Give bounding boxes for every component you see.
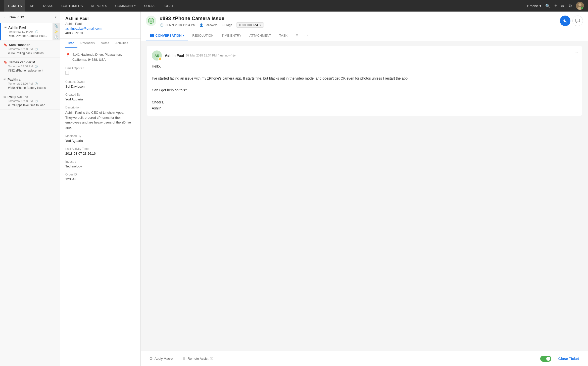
due-clock-icon: 🕐: [35, 48, 38, 50]
timer-pause-icon[interactable]: ⏸: [238, 24, 241, 27]
remote-assist-button[interactable]: 🖥 Remote Assist ⓘ: [179, 355, 216, 362]
ticket-tabs: 1 CONVERSATION ▾ RESOLUTION TIME ENTRY A…: [146, 30, 583, 41]
tab-task[interactable]: TASK: [275, 31, 291, 40]
followers-label: Followers: [205, 23, 217, 27]
nav-reports[interactable]: REPORTS: [87, 0, 111, 12]
contact-owner-row: Contact Owner Sol Davidson: [65, 80, 135, 88]
description-value: Ashlin Paul is the CEO of Linchpin Apps.…: [65, 110, 135, 130]
customer-name-main: Ashlin Paul: [65, 16, 135, 21]
ticket-timer-meta[interactable]: ⏸ 00:00:24 ↻: [236, 22, 264, 28]
avatar-initials: AS: [155, 54, 159, 57]
message-button[interactable]: [572, 16, 583, 26]
nav-kb[interactable]: KB: [26, 0, 38, 12]
nav-action-icons: 🔍 + ⇄ ⚙: [545, 2, 584, 10]
user-avatar[interactable]: [576, 2, 584, 10]
due-filter-dropdown[interactable]: ▾: [55, 16, 57, 19]
ticket-date: 07 Mar 2018 11:34 PM: [165, 23, 195, 27]
ticket-subject: #879 Apps take time to load: [8, 103, 57, 107]
tab-notes[interactable]: Notes: [98, 39, 112, 48]
add-icon[interactable]: +: [554, 3, 557, 9]
tab-conversation-dropdown[interactable]: ▾: [183, 34, 184, 37]
nav-community[interactable]: COMMUNITY: [112, 0, 139, 12]
apply-macro-label: Apply Macro: [155, 357, 173, 360]
message-avatar-badge: ⚡: [158, 57, 162, 60]
ticket-followers-meta[interactable]: 👤 Followers: [200, 23, 217, 27]
tab-options-icon[interactable]: ···: [302, 31, 310, 40]
share-icon[interactable]: ⇄: [561, 4, 564, 8]
industry-label: Industry: [65, 160, 135, 163]
customer-tabs: Info Potentials Notes Activities: [60, 39, 140, 48]
tab-potentials[interactable]: Potentials: [77, 39, 98, 48]
message-avatar: AS ⚡: [152, 50, 162, 60]
apply-macro-button[interactable]: ⚙ Apply Macro: [147, 355, 175, 362]
location-icon: 📍: [65, 53, 70, 62]
remote-assist-info-icon[interactable]: ⓘ: [210, 356, 213, 361]
tab-more-icon[interactable]: ≡: [291, 31, 302, 41]
ticket-list: ✉ Ashlin Paul Tomorrow 11:34 AM 🕐 #893 z…: [0, 23, 60, 366]
back-button[interactable]: ←: [4, 15, 8, 20]
created-by-row: Created By Yod Agbaria: [65, 93, 135, 101]
ticket-detail-header: #893 zPhone Camera Issue 🕐 07 Mar 2018 1…: [141, 12, 588, 41]
contact-icon: ✉: [4, 78, 6, 81]
ticket-action-star[interactable]: ✨: [53, 29, 60, 35]
tab-info[interactable]: Info: [65, 39, 77, 48]
due-clock-icon: 🕐: [35, 65, 38, 68]
tags-label: Tags: [226, 23, 232, 27]
created-by-label: Created By: [65, 93, 135, 96]
search-icon[interactable]: 🔍: [545, 4, 550, 8]
svg-rect-4: [576, 19, 580, 22]
tab-attachment[interactable]: ATTACHMENT: [245, 31, 275, 40]
svg-point-1: [578, 3, 581, 6]
message-body: Hello, I've started facing an issue with…: [152, 64, 577, 111]
reply-button[interactable]: [560, 16, 570, 26]
nav-customers[interactable]: CUSTOMERS: [58, 0, 86, 12]
ticket-item[interactable]: 🔖 James van der M... Tomorrow 12:00 PM 🕐…: [0, 58, 60, 75]
email-opt-out-checkbox[interactable]: [65, 71, 69, 75]
tab-resolution[interactable]: RESOLUTION: [188, 31, 218, 40]
email-opt-out-row: Email Opt Out: [65, 67, 135, 76]
nav-chat[interactable]: CHAT: [161, 0, 177, 12]
conversation-body: AS ⚡ Ashlin Paul 07 Mar 2018 11:34 PM ( …: [141, 41, 588, 351]
ticket-actions-bar: 📎 ✨ 🕐: [53, 23, 60, 40]
ticket-date-meta: 🕐 07 Mar 2018 11:34 PM: [160, 23, 195, 27]
message-expand-icon[interactable]: ▶: [233, 54, 236, 57]
contact-name: Sam Rossner: [9, 43, 30, 47]
ticket-header-actions: [560, 16, 583, 26]
customer-email[interactable]: ashlinpaul.w@gmail.com: [65, 27, 135, 30]
brand-selector[interactable]: zPhone ▾: [527, 4, 541, 8]
nav-social[interactable]: SOCIAL: [140, 0, 160, 12]
settings-icon[interactable]: ⚙: [568, 4, 572, 8]
description-row: Description Ashlin Paul is the CEO of Li…: [65, 106, 135, 130]
ticket-tags-meta[interactable]: 🏷 Tags: [221, 23, 232, 27]
ticket-item[interactable]: ✉ Ashlin Paul Tomorrow 11:34 AM 🕐 #893 z…: [0, 23, 60, 40]
message-more-options[interactable]: ···: [575, 50, 578, 54]
tab-time-entry[interactable]: TIME ENTRY: [218, 31, 246, 40]
address-row: 📍 4141 Hacienda Drive, Pleasanton, Calif…: [65, 52, 135, 62]
ticket-action-history[interactable]: 🕐: [53, 34, 60, 40]
industry-value: Technology: [65, 164, 135, 168]
tab-activities[interactable]: Activities: [112, 39, 131, 48]
ticket-item[interactable]: ✉ Philip Collins Tomorrow 12:00 PM 🕐 #87…: [0, 92, 60, 110]
message-time: 07 Mar 2018 11:34 PM: [186, 54, 217, 57]
customer-phone: 4083529191: [65, 31, 135, 35]
nav-tasks[interactable]: TASKS: [39, 0, 57, 12]
main-layout: ← Due in 12 ... ▾ ✉ Ashlin Paul Tomorrow…: [0, 12, 588, 366]
contact-owner-value: Sol Davidson: [65, 85, 135, 88]
ticket-download-icon: [148, 18, 154, 24]
contact-icon: 🔖: [4, 43, 7, 47]
close-ticket-button[interactable]: Close Ticket: [555, 355, 582, 362]
ticket-item[interactable]: ✉ Pavithra Tomorrow 12:00 PM 🕐 #880 zPho…: [0, 75, 60, 92]
ticket-item[interactable]: 🔖 Sam Rossner Tomorrow 12:00 PM 🕐 #884 R…: [0, 40, 60, 58]
ticket-subject: #882 zPhone replacement: [8, 69, 57, 72]
brand-label: zPhone: [527, 4, 538, 8]
modified-by-row: Modified By Yod Agbaria: [65, 134, 135, 143]
order-id-label: Order ID: [65, 173, 135, 176]
nav-tickets[interactable]: TICKETS: [4, 0, 25, 12]
reply-icon: [563, 18, 568, 23]
timer-refresh-icon[interactable]: ↻: [259, 23, 262, 27]
ticket-action-attach[interactable]: 📎: [53, 23, 60, 29]
toggle-switch[interactable]: [540, 356, 551, 362]
tab-conversation[interactable]: 1 CONVERSATION ▾: [146, 31, 188, 40]
ticket-meta-row: 🕐 07 Mar 2018 11:34 PM 👤 Followers 🏷 Tag…: [160, 22, 560, 28]
ticket-detail-panel: #893 zPhone Camera Issue 🕐 07 Mar 2018 1…: [141, 12, 588, 366]
